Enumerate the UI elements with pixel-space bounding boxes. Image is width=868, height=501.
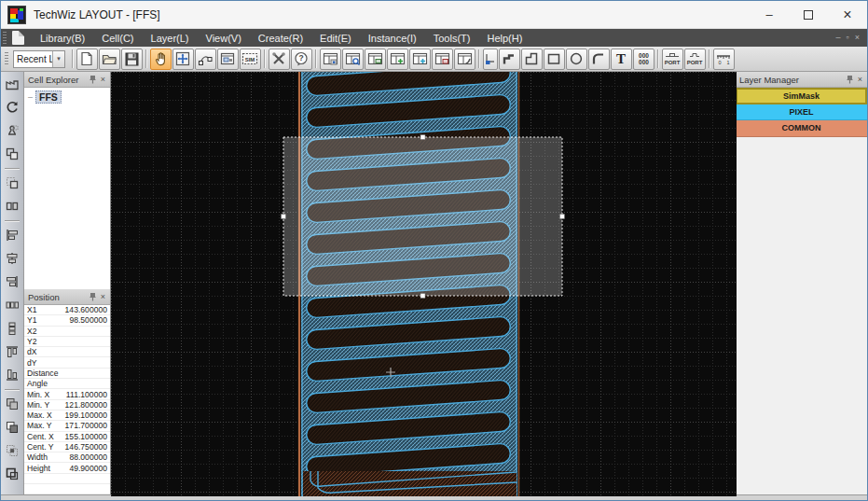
open-library-button[interactable]: [99, 49, 120, 70]
selection-handle-left[interactable]: [282, 215, 286, 219]
path-button[interactable]: [499, 49, 520, 70]
new-document-button[interactable]: [76, 49, 98, 70]
boolean-merge-button[interactable]: [3, 395, 21, 413]
snap-grid-button[interactable]: [483, 49, 498, 70]
cell-instance-button[interactable]: [409, 49, 431, 70]
mdi-close-button[interactable]: ×: [855, 34, 860, 42]
position-table: X1143.600000 Y198.500000 X2 Y2 dX dY Dis…: [24, 305, 110, 494]
recent-layer-value: Recent L: [14, 54, 52, 64]
align-bottom-icon: [5, 368, 20, 383]
align-bottom-button[interactable]: [3, 366, 21, 384]
align-center-button[interactable]: [3, 249, 21, 268]
sim-view-button[interactable]: SIM: [240, 49, 261, 70]
rotate-button[interactable]: [3, 98, 21, 117]
selection-rectangle[interactable]: [282, 135, 565, 299]
boolean-and-button[interactable]: [3, 441, 21, 460]
cell-lock-button[interactable]: [454, 49, 475, 70]
menu-create[interactable]: Create(R): [250, 31, 311, 46]
zoom-fit-button[interactable]: [172, 49, 194, 70]
recent-layer-combobox[interactable]: Recent L ▼: [13, 50, 65, 68]
boolean-and-icon: [5, 443, 20, 458]
align-right-button[interactable]: [3, 272, 21, 291]
position-row-empty: [24, 484, 110, 494]
selection-handle-bottom[interactable]: [420, 294, 425, 299]
boolean-subtract-button[interactable]: [3, 418, 21, 437]
toolbar-grip[interactable]: [5, 52, 8, 65]
selection-handle-top[interactable]: [420, 135, 425, 140]
paste-region-button[interactable]: [3, 174, 21, 192]
boolean-xor-button[interactable]: [3, 465, 21, 483]
port-button[interactable]: PORT: [662, 49, 683, 70]
cell-explorer-titlebar[interactable]: Cell Explorer ×: [24, 72, 110, 88]
polygon-button[interactable]: [521, 49, 543, 70]
close-panel-icon[interactable]: ×: [855, 75, 865, 85]
menu-layer[interactable]: Layer(L): [143, 31, 198, 46]
menu-library[interactable]: Library(B): [32, 31, 93, 46]
layer-manager-titlebar[interactable]: Layer Manager ×: [736, 72, 867, 88]
menu-instance[interactable]: Instance(I): [360, 31, 425, 46]
align-top-button[interactable]: [3, 342, 21, 361]
layer-row-simmask[interactable]: SimMask: [736, 88, 867, 104]
cell-copy-button[interactable]: [365, 49, 386, 70]
menu-tools[interactable]: Tools(T): [425, 31, 479, 46]
close-button[interactable]: ×: [828, 1, 867, 28]
menu-view[interactable]: View(V): [198, 31, 250, 46]
copy-button[interactable]: [3, 145, 21, 163]
tree-expander-icon[interactable]: –: [28, 92, 33, 102]
arc-path-icon: [591, 51, 606, 66]
position-row: Angle: [24, 379, 110, 389]
help-balloon-button[interactable]: ?: [291, 49, 312, 70]
text-button[interactable]: T: [611, 49, 632, 70]
mdi-minimize-button[interactable]: –: [836, 34, 841, 42]
node-edit-button[interactable]: [195, 49, 216, 70]
menu-help[interactable]: Help(H): [478, 31, 530, 46]
left-panels: Cell Explorer × – FFS Position × X1143.6…: [24, 72, 111, 494]
save-button[interactable]: [121, 49, 143, 70]
document-icon: [12, 31, 24, 45]
distribute-horizontal-button[interactable]: [3, 296, 21, 314]
selection-handle-right[interactable]: [560, 215, 565, 219]
close-panel-icon[interactable]: ×: [98, 292, 108, 302]
pin-icon[interactable]: [845, 75, 855, 85]
fab-cell-button[interactable]: [3, 75, 21, 93]
cell-open-button[interactable]: [342, 49, 364, 70]
dropdown-arrow-icon[interactable]: ▼: [52, 51, 64, 67]
menu-edit[interactable]: Edit(E): [311, 31, 360, 46]
array-ports-button[interactable]: 000000: [633, 49, 654, 70]
rectangle-button[interactable]: [544, 49, 565, 70]
position-row: Cent. Y146.750000: [24, 442, 110, 452]
cell-paste-button[interactable]: [387, 49, 408, 70]
layout-canvas[interactable]: [111, 72, 735, 494]
circle-button[interactable]: [566, 49, 587, 70]
app-logo-icon: [7, 6, 26, 24]
svg-text:0: 0: [719, 60, 722, 65]
menubar-grip[interactable]: [3, 32, 7, 45]
ruler-button[interactable]: 01: [713, 49, 735, 70]
pin-icon[interactable]: [88, 75, 98, 85]
tools-button[interactable]: [269, 49, 290, 70]
cell-array-icon: [434, 51, 450, 66]
pan-tool-button[interactable]: [150, 49, 172, 70]
maximize-button[interactable]: [789, 1, 828, 28]
layer-row-common[interactable]: COMMON: [736, 120, 867, 137]
rectangle-icon: [546, 51, 561, 66]
align-left-button[interactable]: [3, 226, 21, 244]
new-document-icon: [79, 51, 94, 66]
mdi-restore-button[interactable]: ▫: [847, 34, 849, 42]
pin-icon[interactable]: [88, 292, 98, 302]
arc-path-button[interactable]: [588, 49, 610, 70]
edit-in-place-button[interactable]: [217, 49, 239, 70]
pair-horizontal-button[interactable]: [3, 197, 21, 216]
close-panel-icon[interactable]: ×: [98, 75, 108, 85]
cell-array-button[interactable]: [432, 49, 453, 70]
distribute-vertical-button[interactable]: [3, 319, 21, 338]
position-titlebar[interactable]: Position ×: [24, 289, 110, 305]
port-label-button[interactable]: PORT: [684, 49, 706, 70]
cell-new-button[interactable]: [320, 49, 341, 70]
distribute-horizontal-icon: [5, 298, 20, 313]
stamp-button[interactable]: [3, 121, 21, 140]
minimize-button[interactable]: –: [750, 1, 789, 28]
tree-item-ffs[interactable]: – FFS: [28, 90, 110, 104]
menu-cell[interactable]: Cell(C): [93, 31, 142, 46]
layer-row-pixel[interactable]: PIXEL: [736, 104, 867, 121]
